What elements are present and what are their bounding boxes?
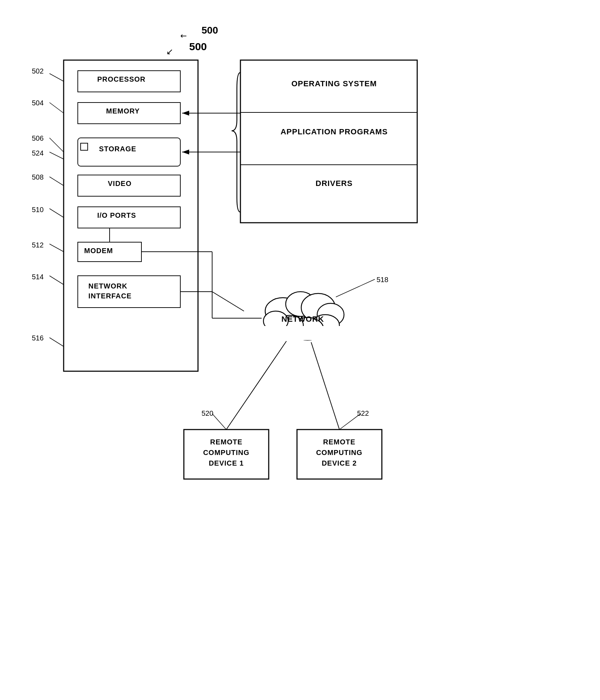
diagram-container: 500 ↙	[28, 21, 576, 686]
svg-line-15	[212, 292, 244, 311]
figure-arrow: ↙	[178, 30, 189, 41]
memory-label: MEMORY	[106, 107, 140, 115]
ref-512: 512	[32, 241, 43, 249]
fig-500-label: 500	[189, 41, 207, 53]
appprogs-label: APPLICATION PROGRAMS	[251, 127, 417, 136]
svg-line-32	[49, 152, 64, 159]
network-label: NETWORK	[281, 315, 324, 324]
ref-506: 506	[32, 134, 43, 142]
ref-518: 518	[377, 276, 388, 284]
svg-rect-4	[81, 143, 88, 150]
processor-label: PROCESSOR	[97, 75, 146, 83]
ref-510: 510	[32, 206, 43, 214]
storage-label: STORAGE	[99, 145, 136, 153]
remote2-label: REMOTECOMPUTINGDEVICE 2	[301, 437, 377, 468]
video-label: VIDEO	[108, 180, 132, 188]
svg-line-28	[311, 342, 339, 430]
ref-502: 502	[32, 67, 43, 75]
svg-line-35	[49, 244, 64, 252]
ioports-label: I/O PORTS	[97, 211, 136, 220]
ref-524: 524	[32, 149, 43, 157]
svg-line-31	[49, 138, 64, 152]
svg-line-33	[49, 177, 64, 186]
modem-label: MODEM	[84, 247, 113, 255]
svg-line-44	[336, 279, 375, 297]
svg-line-27	[226, 341, 286, 430]
ref-508: 508	[32, 173, 43, 181]
ref-522: 522	[357, 409, 369, 418]
svg-line-37	[49, 338, 64, 346]
svg-line-45	[212, 414, 226, 430]
fig-arrow-symbol: ↙	[166, 47, 173, 57]
figure-number: 500	[202, 25, 218, 36]
os-label: OPERATING SYSTEM	[251, 79, 417, 88]
svg-line-36	[49, 276, 64, 285]
netif-label: NETWORKINTERFACE	[88, 281, 132, 301]
svg-line-30	[49, 103, 64, 113]
svg-line-34	[49, 209, 64, 217]
connections-svg	[28, 21, 576, 686]
ref-516: 516	[32, 334, 43, 342]
svg-point-17	[286, 292, 315, 316]
ref-520: 520	[202, 409, 213, 418]
remote1-label: REMOTECOMPUTINGDEVICE 1	[191, 437, 262, 468]
svg-rect-24	[262, 326, 346, 340]
drivers-label: DRIVERS	[251, 179, 417, 188]
svg-line-29	[49, 74, 64, 81]
ref-514: 514	[32, 273, 43, 281]
ref-504: 504	[32, 99, 43, 107]
